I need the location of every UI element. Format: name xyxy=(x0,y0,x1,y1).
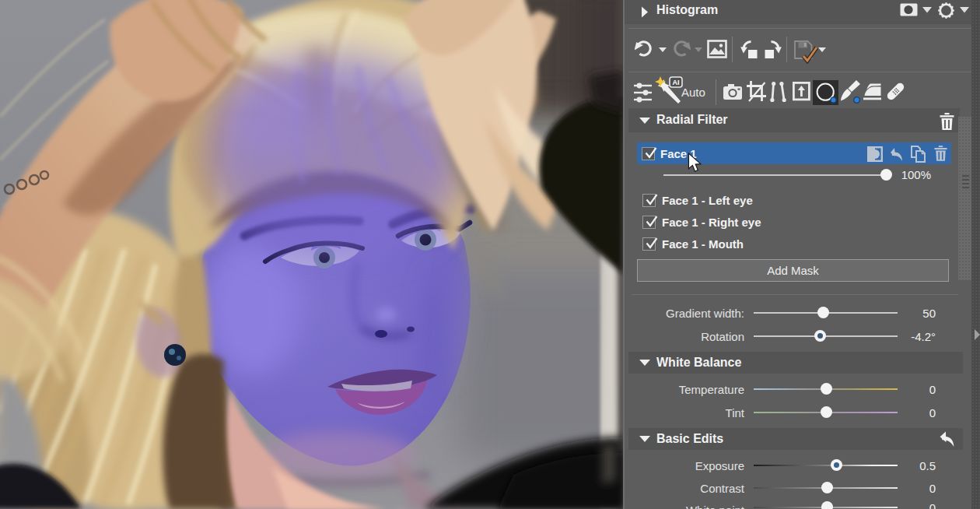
svg-text:AI: AI xyxy=(673,79,680,86)
